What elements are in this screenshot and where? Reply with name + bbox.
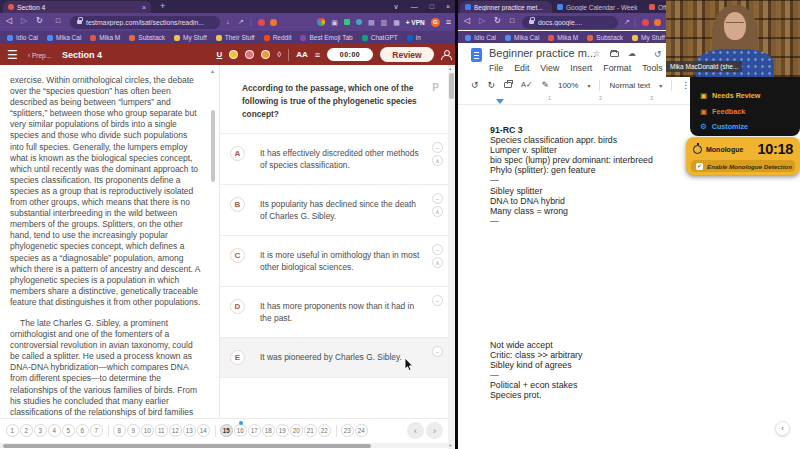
page-number-button[interactable]: 6 <box>76 424 89 437</box>
strike-choice-icon[interactable]: − <box>432 193 443 204</box>
star-icon[interactable]: ☆ <box>593 50 600 58</box>
page-number-button[interactable]: 21 <box>304 424 317 437</box>
next-page-icon[interactable]: › <box>426 422 443 439</box>
indent-marker-icon[interactable] <box>496 99 504 104</box>
zoom-select[interactable]: 100% <box>558 81 578 90</box>
horizontal-scrollbar[interactable] <box>0 443 448 448</box>
monologue-detection-toggle[interactable]: ✓ Enable Monologue Detection <box>691 160 795 172</box>
flag-question-icon[interactable]: P <box>432 81 439 94</box>
reading-passage[interactable]: exercise. Within ornithological circles,… <box>0 65 219 418</box>
page-number-button[interactable]: 2 <box>20 424 33 437</box>
scroll-up-icon[interactable]: ▴ <box>449 66 451 71</box>
paint-format-icon[interactable]: ✎ <box>541 81 549 90</box>
webcam-overlay[interactable]: Mika MacDonald (she... <box>666 0 800 77</box>
page-number-button[interactable]: 1 <box>6 424 19 437</box>
g-logo-icon[interactable]: G <box>431 18 440 27</box>
underline-tool-icon[interactable]: U <box>216 50 222 59</box>
strike-choice-icon[interactable]: − <box>432 346 443 357</box>
hide-panel-icon[interactable]: ‹ <box>775 421 790 436</box>
strike-choice-icon[interactable]: − <box>432 295 443 306</box>
answer-choice[interactable]: C It is more useful in ornithology than … <box>220 236 448 287</box>
page-number-button[interactable]: 16 <box>234 424 247 437</box>
shield-icon[interactable] <box>642 19 649 26</box>
print-icon[interactable] <box>504 82 512 88</box>
video-icon[interactable]: ▦ <box>393 19 400 26</box>
minimize-icon[interactable]: ― <box>411 3 418 10</box>
spellcheck-icon[interactable]: A✓ <box>521 81 532 89</box>
page-number-button[interactable]: 4 <box>48 424 61 437</box>
horizontal-scroll-thumb[interactable] <box>3 444 371 448</box>
menu-item[interactable]: Tools <box>642 63 663 73</box>
menu-item[interactable]: Format <box>603 63 631 73</box>
new-tab-button[interactable]: + <box>160 1 165 11</box>
bookmark-item[interactable]: Substack <box>129 34 165 41</box>
menu-item[interactable]: Insert <box>570 63 592 73</box>
page-number-button[interactable]: 5 <box>62 424 75 437</box>
highlighter-pink-icon[interactable] <box>245 50 254 59</box>
page-number-button[interactable]: 17 <box>248 424 261 437</box>
bookmark-item[interactable]: ChatGPT <box>362 34 398 41</box>
bookmark-item[interactable]: Best Emoji Tab <box>300 34 352 41</box>
sidebar-icon[interactable]: ▥ <box>381 19 388 26</box>
menu-item[interactable]: Edit <box>514 63 529 73</box>
bookmark-item[interactable]: Mika M <box>548 34 578 41</box>
reload-icon[interactable]: ↻ <box>36 17 43 25</box>
page-number-button[interactable]: 19 <box>276 424 289 437</box>
prev-page-icon[interactable]: ‹ <box>407 422 424 439</box>
page-number-button[interactable]: 18 <box>262 424 275 437</box>
version-history-icon[interactable]: ↺ <box>654 50 662 59</box>
bookmark-item[interactable]: Their Stuff <box>216 34 255 41</box>
back-icon[interactable]: ◁ <box>6 17 12 25</box>
bookmark-item[interactable]: Substack <box>587 34 623 41</box>
tab-search-icon[interactable]: ∨ <box>394 3 399 11</box>
strike-choice-icon[interactable]: − <box>432 244 443 255</box>
bookmark-item[interactable]: Idio Cal <box>465 34 496 41</box>
bookmark-item[interactable]: My Stuff <box>632 34 665 41</box>
reload-icon[interactable]: ↻ <box>494 17 501 25</box>
vertical-scrollbar[interactable]: ▴ ▾ <box>448 65 455 449</box>
page-number-button[interactable]: 20 <box>290 424 303 437</box>
browser-tab[interactable]: Google Calendar - Week of <box>552 1 644 13</box>
bookmark-item[interactable]: Mika Cal <box>47 34 81 41</box>
coach-menu-item[interactable]: ▣ Feedback <box>690 104 800 120</box>
page-number-button[interactable]: 24 <box>355 424 368 437</box>
move-folder-icon[interactable] <box>610 51 619 57</box>
page-number-button[interactable]: 13 <box>183 424 196 437</box>
page-number-button[interactable]: 12 <box>169 424 182 437</box>
highlighter-orange-icon[interactable] <box>261 50 270 59</box>
browser-menu-icon[interactable]: ≡ <box>446 17 451 27</box>
scroll-down-icon[interactable]: ▾ <box>449 443 451 448</box>
answer-choice[interactable]: A It has effectively discredited other m… <box>220 134 448 185</box>
collapse-choice-icon[interactable]: ∧ <box>432 155 443 166</box>
rewards-icon[interactable] <box>270 19 277 26</box>
paragraph-style-select[interactable]: Normal text <box>609 81 650 90</box>
page-number-button[interactable]: 3 <box>34 424 47 437</box>
address-bar[interactable]: testmaxprep.com/lsat/sections/readin... <box>70 16 220 29</box>
bookmark-page-icon[interactable]: □ <box>56 17 60 24</box>
bookmark-page-icon[interactable]: □ <box>510 17 514 24</box>
bookmark-item[interactable]: Mika M <box>90 34 120 41</box>
extensions-puzzle-icon[interactable]: ▤ <box>368 19 375 26</box>
forward-icon[interactable]: ▷ <box>21 17 27 25</box>
vpn-button[interactable]: + VPN <box>406 19 425 26</box>
bookmark-item[interactable]: Mika Cal <box>505 34 539 41</box>
page-number-button[interactable]: 10 <box>141 424 154 437</box>
extension-green-icon[interactable] <box>344 19 350 25</box>
answer-choice[interactable]: B Its popularity has declined since the … <box>220 185 448 236</box>
account-icon[interactable] <box>441 50 450 59</box>
bookmark-item[interactable]: Reddit <box>264 34 292 41</box>
bookmark-item[interactable]: in <box>407 34 421 41</box>
page-number-button[interactable]: 8 <box>113 424 126 437</box>
eraser-icon[interactable]: ◊ <box>277 50 281 59</box>
page-number-button[interactable]: 15 <box>220 424 233 437</box>
download-icon[interactable]: ↓ <box>226 18 230 25</box>
menu-item[interactable]: View <box>540 63 559 73</box>
collapse-choice-icon[interactable]: ∧ <box>432 206 443 217</box>
page-number-button[interactable]: 22 <box>318 424 331 437</box>
review-button[interactable]: Review <box>380 47 434 62</box>
forward-icon[interactable]: ▷ <box>479 17 485 25</box>
page-number-button[interactable]: 23 <box>341 424 354 437</box>
hamburger-menu-icon[interactable]: ☰ <box>7 49 18 61</box>
highlighter-yellow-icon[interactable] <box>229 50 238 59</box>
maximize-icon[interactable]: □ <box>430 3 434 10</box>
